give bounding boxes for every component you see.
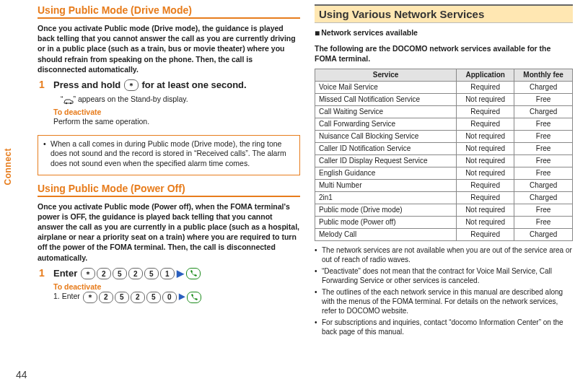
table-row: Voice Mail ServiceRequiredCharged <box>315 81 573 93</box>
cell-app: Not required <box>457 167 514 179</box>
bullet-dot: • <box>315 318 319 336</box>
cell-fee: Free <box>514 118 573 130</box>
step-number: 1 <box>39 267 48 308</box>
cell-app: Required <box>457 228 514 240</box>
page-number: 44 <box>16 369 27 380</box>
sequence-arrow-icon: ▶ <box>179 292 185 300</box>
cell-app: Not required <box>457 216 514 228</box>
car-icon <box>63 97 74 104</box>
sub-heading-row: ■Network services available <box>315 27 573 39</box>
drive-note-bullet: • When a call comes in during Public mod… <box>43 139 294 169</box>
table-row: Caller ID Display Request ServiceNot req… <box>315 154 573 167</box>
key-0: 0 <box>162 292 177 303</box>
poweroff-step-1: 1 Enter ＊25251▶ To deactivate 1. Enter ＊… <box>39 267 300 308</box>
deactivate-label: To deactivate <box>53 108 300 116</box>
key-2: 2 <box>97 268 111 279</box>
svg-point-0 <box>65 102 66 103</box>
heading-network-services: Using Various Network Services <box>315 4 573 23</box>
table-row: Multi NumberRequiredCharged <box>315 179 573 191</box>
key-2: 2 <box>131 292 145 303</box>
cell-fee: Free <box>514 130 573 142</box>
note-item: •“Deactivate” does not mean that the con… <box>315 266 573 285</box>
key-5: 5 <box>115 292 129 303</box>
cell-fee: Charged <box>514 191 573 204</box>
table-row: Call Waiting ServiceRequiredCharged <box>315 105 573 118</box>
cell-fee: Charged <box>514 81 573 93</box>
cell-service: Call Forwarding Service <box>315 118 457 130</box>
cell-service: Public mode (Drive mode) <box>315 204 457 216</box>
key-2: 2 <box>99 292 113 303</box>
table-notes: •The network services are not available … <box>315 245 573 336</box>
table-row: Nuisance Call Blocking ServiceNot requir… <box>315 130 573 142</box>
note-item: •The outlines of the each network servic… <box>315 287 573 315</box>
heading-drive-mode: Using Public Mode (Drive Mode) <box>38 4 300 19</box>
cell-app: Not required <box>457 204 514 216</box>
table-row: Missed Call Notification ServiceNot requ… <box>315 93 573 105</box>
intro-power-off: Once you activate Public mode (Power off… <box>38 201 300 263</box>
deactivate-sequence: 1. Enter ＊25250▶ <box>53 291 300 302</box>
step-text-b: for at least one second. <box>139 79 247 90</box>
cell-app: Not required <box>457 130 514 142</box>
square-bullet-icon: ■ <box>315 28 320 38</box>
col-service: Service <box>315 69 457 81</box>
key-star: ＊ <box>81 268 95 279</box>
key-5: 5 <box>113 268 127 279</box>
cell-app: Required <box>457 118 514 130</box>
table-row: Public mode (Drive mode)Not requiredFree <box>315 204 573 216</box>
sub-heading: Network services available <box>321 28 418 37</box>
cell-service: 2in1 <box>315 191 457 204</box>
cell-service: Voice Mail Service <box>315 81 457 93</box>
cell-service: Multi Number <box>315 179 457 191</box>
cell-service: Call Waiting Service <box>315 105 457 118</box>
cell-app: Required <box>457 105 514 118</box>
drive-note-text: When a call comes in during Public mode … <box>51 139 294 169</box>
cell-service: Melody Call <box>315 228 457 240</box>
drive-step-1: 1 Press and hold ＊ for at least one seco… <box>39 79 300 131</box>
step-body: Enter ＊25251▶ To deactivate 1. Enter ＊25… <box>53 267 300 308</box>
key-5: 5 <box>144 268 159 279</box>
table-row: Melody CallRequiredCharged <box>315 228 573 240</box>
bullet-dot: • <box>315 266 319 285</box>
cell-app: Required <box>457 191 514 204</box>
cell-app: Required <box>457 179 514 191</box>
step-body: Press and hold ＊ for at least one second… <box>53 79 300 131</box>
key-1: 1 <box>160 268 175 279</box>
services-intro: The following are the DOCOMO network ser… <box>315 43 573 64</box>
cell-fee: Free <box>514 216 573 228</box>
heading-power-off: Using Public Mode (Power Off) <box>38 183 300 197</box>
page: Connect 44 Using Public Mode (Drive Mode… <box>0 0 588 392</box>
bullet-dot: • <box>315 245 319 264</box>
note-text: For subscriptions and inquiries, contact… <box>322 318 573 336</box>
intro-drive-mode: Once you activate Public mode (Drive mod… <box>38 23 300 74</box>
cell-fee: Free <box>514 204 573 216</box>
cell-app: Not required <box>457 154 514 167</box>
key-star: ＊ <box>83 292 97 303</box>
col-monthly-fee: Monthly fee <box>514 69 573 81</box>
cell-fee: Charged <box>514 105 573 118</box>
cell-service: Public mode (Power off) <box>315 216 457 228</box>
quote-close: ” appears on the Stand-by display. <box>74 95 188 103</box>
left-column: Using Public Mode (Drive Mode) Once you … <box>30 0 307 392</box>
table-row: English GuidanceNot requiredFree <box>315 167 573 179</box>
note-text: “Deactivate” does not mean that the cont… <box>322 266 573 285</box>
step-number: 1 <box>39 79 48 131</box>
table-header-row: Service Application Monthly fee <box>315 69 573 81</box>
note-text: The network services are not available w… <box>322 245 573 264</box>
table-row: Caller ID Notification ServiceNot requir… <box>315 142 573 154</box>
cell-fee: Free <box>514 167 573 179</box>
table-row: Call Forwarding ServiceRequiredFree <box>315 118 573 130</box>
drive-step-title: Press and hold ＊ for at least one second… <box>53 79 300 92</box>
cell-service: Caller ID Display Request Service <box>315 154 457 167</box>
cell-fee: Charged <box>514 179 573 191</box>
key-call <box>187 292 201 303</box>
bullet-dot: • <box>315 287 319 315</box>
key-star: ＊ <box>124 79 139 91</box>
step-text-a: Press and hold <box>53 79 123 90</box>
svg-point-1 <box>69 102 71 103</box>
note-item: •For subscriptions and inquiries, contac… <box>315 318 573 336</box>
enter-label: Enter <box>53 268 77 279</box>
key-call <box>186 268 201 279</box>
cell-app: Not required <box>457 142 514 154</box>
cell-service: English Guidance <box>315 167 457 179</box>
cell-app: Not required <box>457 93 514 105</box>
